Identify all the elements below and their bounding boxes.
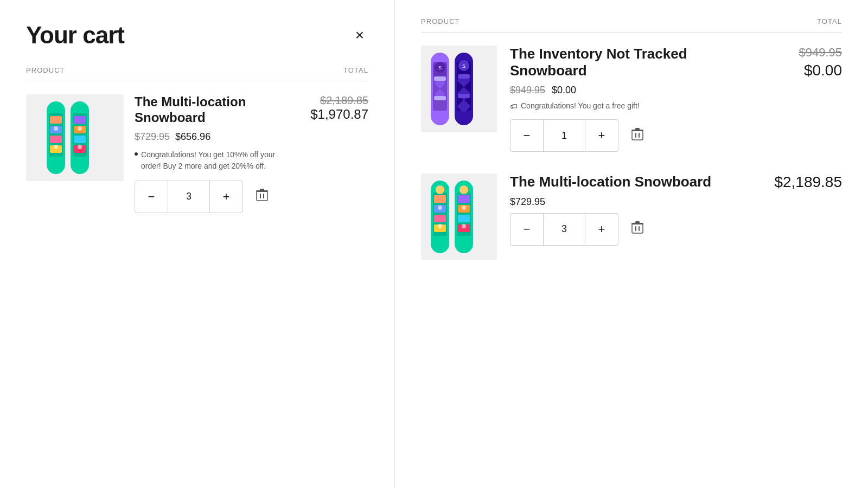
svg-rect-39 — [632, 131, 643, 140]
decrease-quantity-button[interactable]: − — [135, 181, 168, 213]
list-item: The Multi-location Snowboard $729.95 $65… — [26, 94, 368, 213]
product-image: S S — [421, 46, 497, 132]
svg-point-59 — [462, 224, 466, 228]
svg-rect-63 — [635, 226, 636, 231]
svg-text:S: S — [438, 65, 442, 70]
product-info: The Multi-location Snowboard $729.95 $65… — [135, 94, 292, 213]
svg-rect-17 — [260, 194, 261, 198]
svg-rect-46 — [434, 195, 446, 203]
decrease-quantity-button[interactable]: − — [510, 119, 543, 152]
svg-rect-18 — [263, 194, 264, 198]
total-original-price: $2,189.85 — [303, 94, 368, 107]
svg-rect-41 — [639, 133, 640, 138]
quantity-control: − 1 + — [510, 119, 618, 152]
total-original-price: $949.95 — [766, 46, 842, 60]
promo-message: Congratulations! You get 10%% off your o… — [135, 149, 286, 172]
decrease-quantity-button[interactable]: − — [510, 213, 543, 246]
free-gift-message: 🏷 Congratulations! You get a free gift! — [510, 101, 753, 111]
item-total: $2,189.85 $1,970.87 — [303, 94, 368, 122]
svg-text:S: S — [462, 63, 465, 69]
svg-point-15 — [78, 145, 82, 149]
snowboard-illustration — [37, 97, 113, 178]
trash-icon — [631, 128, 643, 141]
promo-dot — [135, 152, 138, 156]
quantity-control: − 3 + — [135, 181, 243, 213]
svg-rect-27 — [434, 96, 446, 100]
svg-rect-10 — [74, 136, 86, 143]
original-price: $729.95 — [135, 131, 170, 143]
trash-icon — [256, 189, 268, 202]
price-row: $949.95 $0.00 — [510, 85, 753, 96]
quantity-control: − 3 + — [510, 213, 618, 246]
left-cart-panel: Your cart × PRODUCT TOTAL — [0, 0, 395, 488]
svg-point-50 — [438, 206, 442, 210]
svg-rect-66 — [635, 221, 640, 223]
quantity-row: − 3 + — [135, 181, 292, 213]
product-image — [26, 94, 124, 181]
price-row: $729.95 $656.96 — [135, 131, 292, 143]
delete-item-button[interactable] — [252, 184, 272, 209]
increase-quantity-button[interactable]: + — [585, 119, 618, 152]
product-name: The Multi-location Snowboard — [135, 94, 292, 126]
svg-rect-64 — [639, 226, 640, 231]
price-row: $729.95 — [510, 196, 753, 208]
svg-rect-8 — [74, 116, 86, 124]
svg-rect-40 — [635, 133, 636, 138]
svg-rect-16 — [257, 191, 267, 201]
svg-point-58 — [462, 206, 466, 210]
svg-rect-43 — [635, 128, 640, 130]
svg-point-14 — [78, 126, 82, 131]
column-headers: PRODUCT TOTAL — [26, 66, 368, 81]
product-info: The Inventory Not Tracked Snowboard $949… — [510, 46, 753, 152]
svg-rect-56 — [458, 215, 470, 222]
item-total: $2,189.85 — [766, 174, 842, 191]
tag-icon: 🏷 — [510, 102, 518, 111]
increase-quantity-button[interactable]: + — [585, 213, 618, 246]
promo-text: Congratulations! You get a free gift! — [521, 101, 640, 110]
sale-price: $0.00 — [552, 85, 576, 96]
sale-price: $729.95 — [510, 196, 545, 208]
svg-rect-20 — [260, 189, 264, 191]
item-total: $949.95 $0.00 — [766, 46, 842, 79]
svg-rect-35 — [458, 74, 470, 79]
right-column-headers: PRODUCT TOTAL — [421, 17, 842, 33]
list-item: The Multi-location Snowboard $729.95 − 3… — [421, 174, 842, 260]
delete-item-button[interactable] — [627, 217, 648, 241]
list-item: S S The Inventory Not Tracked Snowboard … — [421, 46, 842, 152]
cart-title: Your cart — [26, 22, 124, 49]
total-col-label: TOTAL — [343, 66, 368, 74]
original-price: $949.95 — [510, 85, 545, 96]
quantity-value: 3 — [543, 214, 585, 245]
svg-point-12 — [54, 126, 58, 131]
quantity-value: 3 — [168, 181, 210, 213]
trash-icon — [631, 221, 643, 234]
svg-rect-36 — [458, 94, 470, 98]
total-price: $2,189.85 — [774, 174, 842, 190]
quantity-row: − 3 + — [510, 213, 753, 246]
quantity-row: − 1 + — [510, 119, 753, 152]
svg-rect-4 — [50, 136, 62, 143]
total-sale-price: $1,970.87 — [303, 107, 368, 122]
svg-rect-48 — [434, 215, 446, 222]
delete-item-button[interactable] — [627, 124, 648, 148]
sale-price: $656.96 — [175, 131, 210, 143]
right-total-col-label: TOTAL — [817, 17, 842, 25]
product-col-label: PRODUCT — [26, 66, 65, 74]
right-product-col-label: PRODUCT — [421, 17, 460, 25]
svg-rect-54 — [458, 195, 470, 203]
increase-quantity-button[interactable]: + — [210, 181, 242, 213]
svg-rect-62 — [632, 224, 643, 233]
product-info: The Multi-location Snowboard $729.95 − 3… — [510, 174, 753, 245]
svg-rect-2 — [50, 116, 62, 124]
quantity-value: 1 — [543, 120, 585, 151]
svg-point-60 — [436, 185, 444, 194]
svg-point-13 — [54, 145, 58, 149]
right-cart-panel: PRODUCT TOTAL S — [395, 0, 868, 488]
promo-text: Congratulations! You get 10%% off your o… — [141, 149, 286, 172]
product-image — [421, 174, 497, 260]
svg-rect-26 — [434, 76, 446, 81]
cart-header: Your cart × — [26, 22, 368, 49]
close-button[interactable]: × — [351, 25, 368, 45]
svg-point-61 — [459, 185, 468, 194]
snowboard-illustration — [426, 176, 492, 258]
